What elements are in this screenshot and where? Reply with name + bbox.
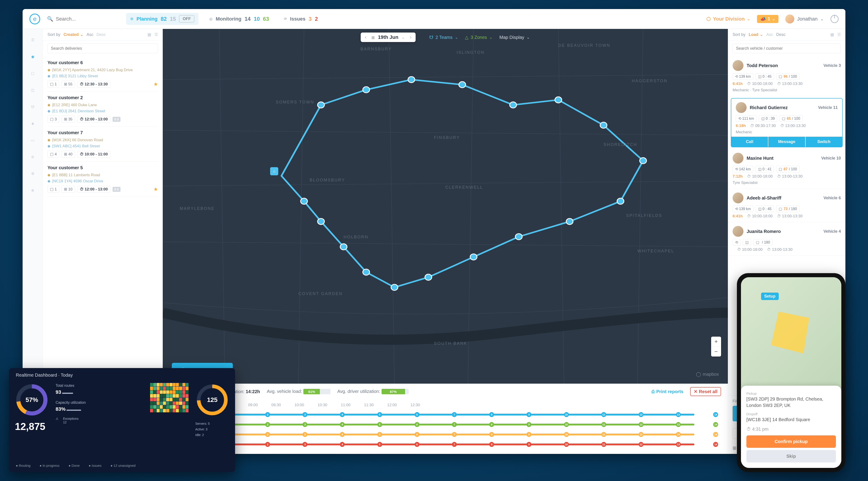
compass-icon[interactable]: ◉ xyxy=(29,53,37,61)
driver-card[interactable]: Maxine HuntVehicle 10 ⟲ 142 km◫ 0 : 41▢ … xyxy=(728,149,845,189)
driver-search-input[interactable] xyxy=(736,46,837,51)
dashboard-overlay: Realtime Dashboard · Today 57% 12,875 To… xyxy=(9,368,235,472)
nav-planning[interactable]: ⚙ Planning 82 15 OFF xyxy=(126,13,198,25)
phone-overlay: Setup Pickup[SW3 2DP] 29 Brompton Rd, Ch… xyxy=(737,273,845,472)
zones-dropdown[interactable]: △3 Zones⌄ xyxy=(465,35,493,40)
driver-action-message[interactable]: Message xyxy=(768,137,805,147)
package-icon[interactable]: ◫ xyxy=(29,86,37,94)
svg-point-5 xyxy=(459,82,466,88)
sort-desc[interactable]: Desc xyxy=(96,32,106,37)
sort-field-dropdown[interactable]: Created ⌄ xyxy=(64,32,84,37)
division-selector[interactable]: ⬡ Your Division ⌄ xyxy=(706,16,750,22)
chevron-down-icon: ⌄ xyxy=(747,17,750,22)
gear-icon[interactable]: ⚙ xyxy=(29,169,37,178)
delivery-search-input[interactable] xyxy=(51,46,155,51)
phone-screen: Setup Pickup[SW3 2DP] 29 Brompton Rd, Ch… xyxy=(741,277,841,468)
issues-icon: ⟳ xyxy=(284,17,287,21)
svg-point-19 xyxy=(301,198,307,204)
driver-card[interactable]: Todd PetersonVehicle 3 ⟲ 139 km◫ 0 : 45▢… xyxy=(728,57,845,96)
timeline-row[interactable]: 1234567891011121314 xyxy=(169,440,721,449)
svg-point-8 xyxy=(600,122,607,128)
heatmap xyxy=(150,383,188,412)
timeline: 07:3008:0008:3009:0009:3010:0010:3011:00… xyxy=(163,399,728,454)
driver-search[interactable] xyxy=(733,43,841,53)
customer-card[interactable]: Your customer 5 ◆[E1 8BB] 11 Lamberts Ro… xyxy=(48,162,158,197)
nav-monitoring[interactable]: ◎ Monitoring 14 10 63 xyxy=(205,13,273,24)
map-attribution: ◯ mapbox xyxy=(696,372,719,377)
svg-point-18 xyxy=(318,219,324,225)
menu-icon[interactable]: ☰ xyxy=(29,36,37,44)
power-icon[interactable] xyxy=(831,15,839,23)
date-navigator: ‹ ▦ 19th Jun ⌄ › xyxy=(361,33,416,42)
grid-icon[interactable]: ▦ xyxy=(147,32,151,37)
users-icon[interactable]: ☋ xyxy=(29,103,37,111)
driver-card[interactable]: Adeeb al-ShariffVehicle 6 ⟲ 139 km◫ 0 : … xyxy=(728,189,845,222)
depot-marker[interactable]: ⌂ xyxy=(270,167,278,175)
stats-row: Total length: 421km Total duration: 14:2… xyxy=(163,384,728,399)
search-input[interactable] xyxy=(56,16,110,22)
zoom-out[interactable]: − xyxy=(711,347,721,356)
zoom-in[interactable]: + xyxy=(711,336,721,347)
driver-card[interactable]: Richard GutierrezVehicle 11 ⟲ 111 km◫ 0 … xyxy=(731,98,843,147)
topbar: e 🔍 ⚙ Planning 82 15 OFF ◎ Monitoring 14… xyxy=(23,9,845,29)
search-icon: 🔍 xyxy=(47,16,53,22)
teams-dropdown[interactable]: ☋2 Teams⌄ xyxy=(429,35,458,40)
route-icon: ⚙ xyxy=(130,17,133,21)
chevron-down-icon: ⌄ xyxy=(820,17,824,22)
right-panel-header: Sort by Load ⌄ Asc Desc ▦ ☰ xyxy=(728,29,845,40)
map-icon[interactable]: ▢ xyxy=(29,69,37,77)
next-day[interactable]: › xyxy=(408,34,413,40)
driver-action-call[interactable]: Call xyxy=(731,137,768,147)
svg-point-12 xyxy=(515,234,522,240)
svg-point-14 xyxy=(425,274,432,280)
map-display-dropdown[interactable]: Map Display⌄ xyxy=(499,35,530,40)
donut-chart-2: 125 xyxy=(195,383,229,417)
store-icon[interactable]: ▭ xyxy=(29,136,37,144)
global-search[interactable]: 🔍 xyxy=(47,16,119,22)
org-icon: ⬡ xyxy=(706,16,711,22)
svg-point-6 xyxy=(510,102,517,108)
customer-card[interactable]: Your customer 2 ◆[E12 2RE] 460 Duke Lane… xyxy=(48,92,158,127)
user-menu[interactable]: Jonathan ⌄ xyxy=(785,14,824,24)
map-canvas[interactable]: ⌂ BARNSBURY ISLINGTON DE BEAUVOIR TOWN H… xyxy=(163,29,728,384)
off-toggle[interactable]: OFF xyxy=(179,15,194,23)
customer-card[interactable]: Your customer 7 ◆[W1K 2KK] 66 Donovan Ro… xyxy=(48,127,158,162)
print-reports[interactable]: ⎙Print reports xyxy=(652,389,683,394)
list-icon[interactable]: ☰ xyxy=(837,32,841,37)
nav-issues[interactable]: ⟳ Issues 3 2 xyxy=(280,13,322,24)
map-toolbar: ‹ ▦ 19th Jun ⌄ › ☋2 Teams⌄ △3 Zones⌄ Map… xyxy=(361,33,530,42)
donut-chart: 57% xyxy=(15,383,49,417)
skip-button[interactable]: Skip xyxy=(746,450,836,462)
list-icon[interactable]: ☰ xyxy=(154,32,158,37)
svg-point-15 xyxy=(391,284,398,290)
notification-badge[interactable]: 📣 1 ⌄ xyxy=(757,15,778,23)
grid-icon[interactable]: ▦ xyxy=(830,32,834,37)
sort-asc[interactable]: Asc xyxy=(87,32,93,37)
phone-card: Pickup[SW3 2DP] 29 Brompton Rd, Chelsea,… xyxy=(741,386,841,468)
svg-point-9 xyxy=(640,158,647,164)
link-icon[interactable]: ⊘ xyxy=(29,153,37,161)
driver-action-switch[interactable]: Switch xyxy=(806,137,842,147)
svg-point-11 xyxy=(566,219,573,225)
megaphone-icon: 📣 xyxy=(760,16,766,22)
reset-all[interactable]: ✕ Reset all xyxy=(690,387,721,396)
phone-setup-badge[interactable]: Setup xyxy=(761,293,779,300)
driver-card[interactable]: Juanita RomeroVehicle 4 ⟲ ◫ ▢ / 180 ⏱ 10… xyxy=(728,222,845,256)
timeline-row[interactable]: 50% 1234567891011121314 xyxy=(169,410,721,420)
timeline-row[interactable]: 2% 1234567891011121314 xyxy=(169,429,721,440)
sort-field-dropdown[interactable]: Load ⌄ xyxy=(749,32,763,37)
customer-card[interactable]: Your customer 6 ◆[W1K 2YY] Apartment 21,… xyxy=(48,57,158,92)
confirm-pickup-button[interactable]: Confirm pickup xyxy=(746,436,836,448)
globe-icon[interactable]: ⊕ xyxy=(29,186,37,194)
delivery-search[interactable] xyxy=(48,43,158,53)
user-avatar xyxy=(785,14,794,24)
calendar-icon[interactable]: ▦ xyxy=(371,35,375,39)
svg-point-4 xyxy=(408,76,415,83)
prev-day[interactable]: ‹ xyxy=(363,34,368,40)
customer-list: Your customer 6 ◆[W1K 2YY] Apartment 21,… xyxy=(43,57,162,395)
svg-point-17 xyxy=(340,244,347,250)
tag-icon[interactable]: ◈ xyxy=(29,119,37,127)
zoom-controls: + − xyxy=(711,336,721,356)
timeline-row[interactable]: 27% 1234567891011121314 xyxy=(169,420,721,429)
svg-point-13 xyxy=(470,254,477,260)
